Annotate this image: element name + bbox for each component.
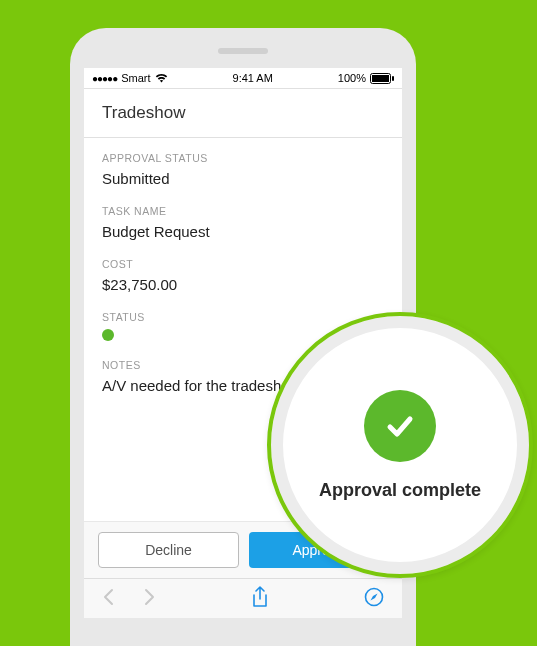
value-cost: $23,750.00 (102, 276, 384, 293)
label-approval-status: APPROVAL STATUS (102, 152, 384, 164)
battery-icon (370, 73, 394, 84)
field-cost: COST $23,750.00 (102, 258, 384, 293)
wifi-icon (155, 73, 168, 83)
phone-speaker (218, 48, 268, 54)
label-cost: COST (102, 258, 384, 270)
browser-toolbar (84, 578, 402, 618)
value-approval-status: Submitted (102, 170, 384, 187)
check-circle-icon (364, 390, 436, 462)
field-task-name: TASK NAME Budget Request (102, 205, 384, 240)
svg-rect-2 (392, 76, 394, 81)
carrier-label: Smart (121, 72, 150, 84)
page-title: Tradeshow (84, 88, 402, 138)
label-task-name: TASK NAME (102, 205, 384, 217)
field-approval-status: APPROVAL STATUS Submitted (102, 152, 384, 187)
safari-icon[interactable] (364, 587, 384, 611)
signal-dots-icon: ●●●●● (92, 73, 117, 84)
share-icon[interactable] (251, 586, 269, 612)
decline-button[interactable]: Decline (98, 532, 239, 568)
status-bar: ●●●●● Smart 9:41 AM 100% (84, 68, 402, 88)
value-task-name: Budget Request (102, 223, 384, 240)
clock: 9:41 AM (233, 72, 273, 84)
svg-rect-1 (372, 75, 389, 82)
callout-text: Approval complete (319, 480, 481, 501)
label-status: STATUS (102, 311, 384, 323)
battery-percent: 100% (338, 72, 366, 84)
approval-complete-callout: Approval complete (267, 312, 533, 578)
back-icon[interactable] (102, 588, 114, 610)
forward-icon[interactable] (144, 588, 156, 610)
status-dot-icon (102, 329, 114, 341)
